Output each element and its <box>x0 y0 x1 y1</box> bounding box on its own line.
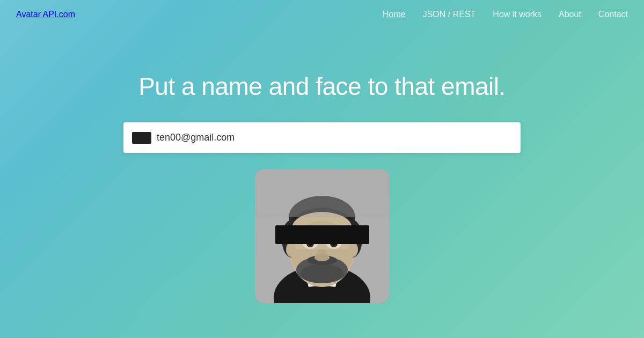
email-input[interactable] <box>123 122 521 153</box>
nav-link-json-rest[interactable]: JSON / REST <box>423 10 476 19</box>
nav-item-contact[interactable]: Contact <box>598 10 628 19</box>
nav-item-json-rest[interactable]: JSON / REST <box>423 10 476 19</box>
svg-point-10 <box>301 264 343 283</box>
avatar-censor-bar <box>275 225 369 244</box>
nav-logo[interactable]: Avatar API.com <box>16 10 75 19</box>
navbar: Avatar API.com Home JSON / REST How it w… <box>0 0 644 29</box>
svg-rect-23 <box>255 169 389 217</box>
svg-point-13 <box>314 254 330 261</box>
email-prefix-censor <box>132 132 151 144</box>
nav-links: Home JSON / REST How it works About Cont… <box>383 10 628 19</box>
hero-title: Put a name and face to that email. <box>138 72 506 101</box>
avatar-image-container <box>255 169 389 303</box>
nav-link-about[interactable]: About <box>559 10 581 19</box>
nav-item-how-it-works[interactable]: How it works <box>493 10 541 19</box>
email-input-container <box>123 122 521 153</box>
nav-item-about[interactable]: About <box>559 10 581 19</box>
nav-link-how-it-works[interactable]: How it works <box>493 10 541 19</box>
nav-item-home[interactable]: Home <box>383 10 406 19</box>
nav-link-home[interactable]: Home <box>383 10 406 19</box>
nav-link-contact[interactable]: Contact <box>598 10 628 19</box>
hero-section: Put a name and face to that email. <box>0 29 644 303</box>
